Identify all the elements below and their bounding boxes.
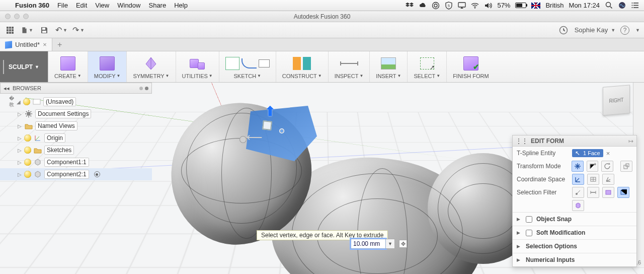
transform-mode-scale[interactable]: [620, 161, 632, 172]
dropbox-icon[interactable]: [406, 2, 414, 10]
spotlight-icon[interactable]: [605, 2, 613, 10]
ribbon-group-utilities[interactable]: UTILITIES▼: [176, 51, 219, 82]
menu-list-icon[interactable]: [631, 2, 639, 10]
airplay-icon[interactable]: [458, 2, 466, 10]
manipulator-plane-handle[interactable]: [262, 120, 272, 130]
new-tab-button[interactable]: +: [52, 38, 67, 51]
tree-item-sketches[interactable]: ▷ Sketches: [0, 144, 152, 156]
tspline-body[interactable]: ⬆ ⟵: [166, 93, 518, 274]
uk-flag-icon[interactable]: [531, 3, 540, 9]
ribbon-group-insert[interactable]: INSERT▼: [370, 51, 408, 82]
menu-edit[interactable]: Edit: [76, 2, 87, 9]
job-status-icon[interactable]: [557, 24, 570, 36]
cloud-sync-icon[interactable]: [419, 2, 427, 10]
lightbulb-icon[interactable]: [23, 98, 30, 105]
tree-item-namedviews[interactable]: ▷ Named Views: [0, 120, 152, 132]
clear-selection-icon[interactable]: ×: [606, 150, 610, 157]
viewcube-face-label: RIGHT: [609, 97, 624, 103]
filter-edge[interactable]: [587, 187, 599, 198]
ribbon-group-sketch[interactable]: SKETCH▼: [219, 51, 276, 82]
coord-space-view[interactable]: [587, 174, 599, 185]
document-tab-active[interactable]: Untitled* ×: [0, 38, 52, 51]
input-source[interactable]: British: [545, 2, 564, 9]
coord-space-world[interactable]: [572, 174, 584, 185]
ribbon-group-inspect[interactable]: INSPECT▼: [329, 51, 370, 82]
filter-body[interactable]: [617, 187, 629, 198]
svg-point-0: [433, 2, 439, 9]
ribbon-group-symmetry[interactable]: SYMMETRY▼: [127, 51, 176, 82]
tree-item-docsettings[interactable]: ▷ Document Settings: [0, 108, 152, 120]
ribbon-finish-form[interactable]: FINISH FORM: [447, 51, 495, 82]
lightbulb-icon[interactable]: [24, 134, 31, 142]
undo-button[interactable]: ↶▼: [55, 24, 67, 36]
svg-rect-15: [12, 29, 14, 31]
file-menu-button[interactable]: ▼: [21, 24, 33, 36]
manipulator-left-arrow-icon[interactable]: ⟵: [247, 131, 263, 144]
tree-item-component1[interactable]: ▷ Component1:1: [0, 156, 152, 168]
browser-pin-icon[interactable]: [139, 87, 148, 90]
account-menu[interactable]: Sophie Kay ▼: [575, 26, 615, 34]
panel-drag-icon[interactable]: ⋮⋮: [516, 138, 528, 145]
workspace-switcher[interactable]: SCULPT ▼: [0, 51, 48, 82]
data-panel-button[interactable]: [4, 24, 16, 36]
tree-item-origin[interactable]: ▷ Origin: [0, 132, 152, 144]
lightbulb-icon[interactable]: [24, 159, 31, 166]
ribbon-group-select[interactable]: SELECT▼: [408, 51, 447, 82]
save-button[interactable]: [38, 24, 50, 36]
cc-icon[interactable]: [432, 2, 440, 10]
tree-item-component2[interactable]: ▷ Component2:1: [0, 168, 152, 180]
dimension-dropdown[interactable]: ▼: [386, 239, 395, 249]
manipulator-gizmo[interactable]: ⬆ ⟵: [251, 110, 286, 145]
browser-titlebar[interactable]: ◂◂ BROWSER: [0, 83, 152, 94]
menu-view[interactable]: View: [95, 2, 109, 9]
section-numerical-inputs[interactable]: ▶ Numerical Inputs: [513, 253, 636, 266]
coord-space-local[interactable]: [602, 174, 614, 185]
object-snap-checkbox[interactable]: [526, 216, 532, 223]
close-tab-icon[interactable]: ×: [43, 41, 47, 48]
section-soft-modification[interactable]: ▶ Soft Modification: [513, 226, 636, 239]
active-component-radio[interactable]: [94, 171, 100, 177]
siri-icon[interactable]: [618, 2, 626, 10]
transform-mode-translate[interactable]: [587, 161, 599, 172]
svg-point-23: [27, 112, 31, 116]
svg-rect-11: [9, 27, 11, 29]
svg-rect-20: [42, 31, 46, 33]
ribbon-group-modify[interactable]: MODIFY▼: [88, 51, 127, 82]
menu-file[interactable]: File: [57, 2, 68, 9]
dimension-input-group: ▼ ✥: [351, 239, 407, 249]
panel-pin-icon[interactable]: ↦: [628, 138, 633, 145]
wifi-icon[interactable]: [471, 2, 479, 10]
menu-window[interactable]: Window: [117, 2, 140, 9]
manipulator-origin-dot[interactable]: [280, 129, 284, 133]
menu-help[interactable]: Help: [174, 2, 188, 9]
shield-icon[interactable]: 5: [445, 2, 453, 10]
lightbulb-icon[interactable]: [24, 147, 31, 154]
tree-root[interactable]: �教◢ (Unsaved): [0, 96, 152, 108]
filter-body-extra[interactable]: [572, 200, 584, 211]
section-selection-options[interactable]: ▶ Selection Options: [513, 239, 636, 253]
help-button[interactable]: ?: [620, 26, 629, 35]
panel-titlebar[interactable]: ⋮⋮ EDIT FORM ↦: [513, 135, 636, 147]
redo-button[interactable]: ↷▼: [72, 24, 85, 36]
dimension-move-icon[interactable]: ✥: [399, 240, 407, 248]
ribbon-group-create[interactable]: CREATE▼: [48, 51, 88, 82]
ribbon-group-construct[interactable]: CONSTRUCT▼: [276, 51, 329, 82]
manipulator-up-arrow-icon[interactable]: ⬆: [265, 104, 276, 119]
lightbulb-icon[interactable]: [24, 171, 31, 178]
manipulator-rotate-handle[interactable]: [239, 136, 247, 143]
folder-icon: [33, 146, 42, 154]
viewcube[interactable]: RIGHT: [603, 85, 630, 115]
selection-chip[interactable]: ↖ 1 Face: [572, 149, 603, 157]
transform-mode-multi[interactable]: [572, 161, 584, 172]
browser-collapse-icon[interactable]: ◂◂: [4, 85, 10, 92]
battery-icon[interactable]: [515, 3, 526, 8]
menu-share[interactable]: Share: [148, 2, 166, 9]
transform-mode-rotate[interactable]: [601, 161, 613, 172]
menubar-app-name[interactable]: Fusion 360: [15, 2, 49, 9]
filter-face[interactable]: [602, 187, 614, 198]
dimension-input[interactable]: [351, 239, 386, 249]
volume-icon[interactable]: [484, 2, 492, 10]
soft-modification-checkbox[interactable]: [526, 230, 532, 236]
section-object-snap[interactable]: ▶ Object Snap: [513, 212, 636, 226]
filter-vertex[interactable]: [572, 187, 584, 198]
